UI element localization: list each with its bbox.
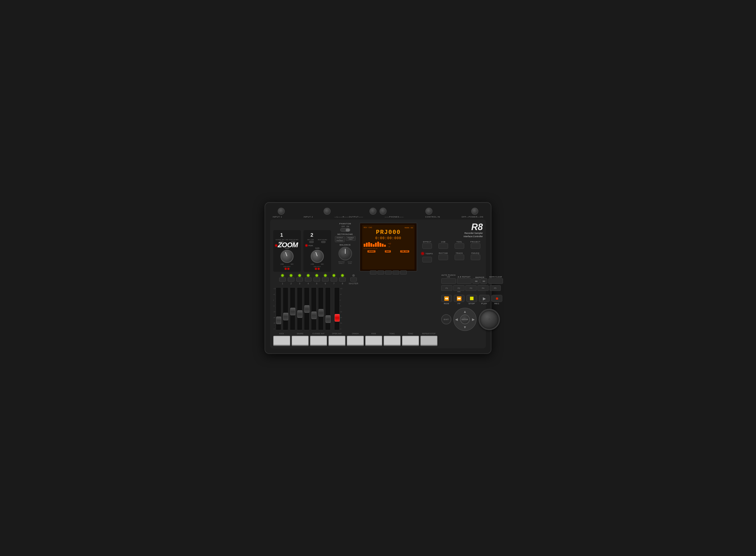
dpad-down-btn[interactable]: ▼ — [463, 325, 467, 329]
drum-pad-tom2[interactable] — [402, 336, 419, 345]
disp-btn3[interactable] — [385, 271, 392, 275]
project-button[interactable] — [471, 243, 480, 249]
track-btn-8[interactable] — [339, 278, 346, 281]
channel2-gain-knob[interactable] — [311, 250, 324, 263]
power-label: OFF—POWER—ON — [462, 216, 483, 218]
tool-label: TOOL — [456, 241, 462, 243]
ff-btn[interactable]: ⏩ — [454, 295, 464, 302]
master-direct-labels: MASTER DIRECT CLICK DAW — [338, 261, 352, 264]
f3-btn[interactable]: F3 — [465, 285, 476, 291]
master-button[interactable] — [350, 278, 357, 281]
track-btn-7[interactable] — [331, 278, 337, 281]
fader-knob-5[interactable] — [304, 305, 310, 313]
metronome-btn1[interactable]: OUTPUT+PHONES — [335, 236, 345, 242]
tempo-button[interactable] — [422, 257, 432, 263]
mark-clear-btn[interactable] — [489, 278, 503, 284]
disp-btn5[interactable] — [400, 271, 407, 275]
track-btn-2[interactable] — [288, 278, 294, 281]
disp-btn1[interactable] — [370, 271, 376, 275]
tool-button[interactable] — [455, 243, 464, 249]
drum-pad-crash[interactable] — [347, 336, 364, 345]
fader-knob-3[interactable] — [290, 308, 295, 315]
ab-repeat-btn[interactable] — [457, 278, 471, 284]
fader-knob-7[interactable] — [319, 309, 324, 317]
channel1-gain-knob[interactable] — [281, 250, 294, 263]
drum-pad-snare[interactable] — [292, 336, 309, 345]
drum-pad-kick[interactable] — [273, 336, 290, 345]
fader-knob-master[interactable] — [335, 314, 340, 322]
f5-btn[interactable]: F5 — [490, 285, 501, 291]
disp-btn2[interactable] — [377, 271, 384, 275]
input1-connector — [278, 208, 285, 215]
play-btn[interactable]: ▶ — [479, 295, 490, 302]
track-btn-5[interactable] — [314, 278, 320, 281]
marker-next-btn[interactable]: ⏭ — [480, 278, 488, 284]
track-btn-3[interactable] — [296, 278, 303, 281]
channel2-led1 — [315, 268, 317, 270]
phantom-labels: OFF ON — [341, 225, 349, 227]
f2-btn[interactable]: F2 — [453, 285, 464, 291]
dpad-up-btn[interactable]: ▲ — [463, 310, 467, 314]
paneq-button[interactable] — [471, 254, 480, 260]
f1-btn[interactable]: F1 — [441, 285, 452, 291]
track-btn-1[interactable] — [279, 278, 286, 281]
jog-wheel[interactable] — [478, 309, 500, 330]
channel2-lm-labels: LINE MIC — [311, 264, 324, 265]
channel2-peak-led — [305, 244, 308, 246]
lcd-bar — [384, 245, 386, 247]
dpad-left-btn[interactable]: ◀ — [455, 317, 458, 321]
r8-model: R8 — [471, 222, 483, 232]
tempo-led — [421, 252, 424, 255]
disp-btn4[interactable] — [393, 271, 399, 275]
track-button[interactable] — [455, 254, 464, 260]
fader-knob-6[interactable] — [312, 312, 317, 319]
effect-button[interactable] — [422, 243, 432, 249]
drum-pad-tom1[interactable] — [384, 336, 401, 345]
project-label: PROJECT — [470, 241, 480, 243]
metronome-btn2[interactable]: PHONESONLY — [346, 236, 356, 241]
fader-knob-4[interactable] — [297, 310, 302, 318]
track-num-2: 2 — [290, 282, 292, 285]
lcd-bar — [364, 244, 365, 247]
usb-button[interactable] — [438, 243, 448, 249]
channel2-switches[interactable] — [305, 241, 329, 243]
fader-knob-8[interactable] — [326, 315, 331, 323]
fader-columns — [276, 287, 340, 330]
master-direct: MASTER DIRECT — [338, 261, 345, 264]
track-btn-6[interactable] — [322, 278, 329, 281]
drum-pad-repeat/stop[interactable] — [420, 336, 437, 345]
auto-punch-group: AUTO PUNCH I/O — [441, 274, 456, 284]
dpad-right-btn[interactable]: ▶ — [472, 317, 475, 321]
lcd-bounce-btn: BOUNCE — [367, 250, 375, 252]
zoom-r8-device: INPUT 1 INPUT 2 —L——R——OUTPUT—— ——PHONES… — [264, 202, 492, 354]
drum-pad-closed-hat[interactable] — [310, 336, 327, 345]
f4-btn[interactable]: F4 — [477, 285, 489, 291]
stop-label: STOP — [468, 303, 475, 305]
balance-knob[interactable] — [338, 247, 352, 260]
rec-btn[interactable]: ⏺ — [492, 295, 502, 302]
drum-pad-ride[interactable] — [365, 336, 382, 345]
exit-button[interactable]: EXIT — [441, 314, 451, 324]
track-btn-cell: TRACK — [452, 252, 467, 263]
enter-button[interactable]: ENTER — [460, 315, 470, 324]
fader-knob-1[interactable] — [276, 317, 281, 324]
auto-punch-btn[interactable] — [441, 278, 456, 284]
marker-prev-btn[interactable]: ⏮ — [472, 278, 479, 284]
ch2-switch1[interactable] — [309, 241, 314, 243]
drum-col-tom2: TOM2 — [402, 333, 419, 345]
rew-btn[interactable]: ⏪ — [441, 295, 452, 302]
ch2-switch2[interactable] — [321, 241, 326, 243]
track-btn-4[interactable] — [305, 278, 312, 281]
track-ch-2: 2 — [288, 274, 294, 286]
channel2-number: 2 — [311, 232, 329, 238]
drum-pad-open-hat[interactable] — [328, 336, 346, 345]
top-connectors — [270, 208, 486, 215]
phantom-switch[interactable] — [340, 228, 350, 232]
drum-label-3: OPEN HAT — [332, 333, 342, 335]
rhythm-button[interactable] — [438, 254, 448, 260]
f-buttons-row: F1 F2 ⏮⏮ F3 F4 F5 — [441, 285, 503, 292]
phantom-off: OFF — [341, 225, 345, 227]
fader-knob-2[interactable] — [283, 313, 288, 320]
usb-btn-cell: USB — [436, 241, 451, 249]
stop-btn[interactable] — [466, 295, 477, 302]
